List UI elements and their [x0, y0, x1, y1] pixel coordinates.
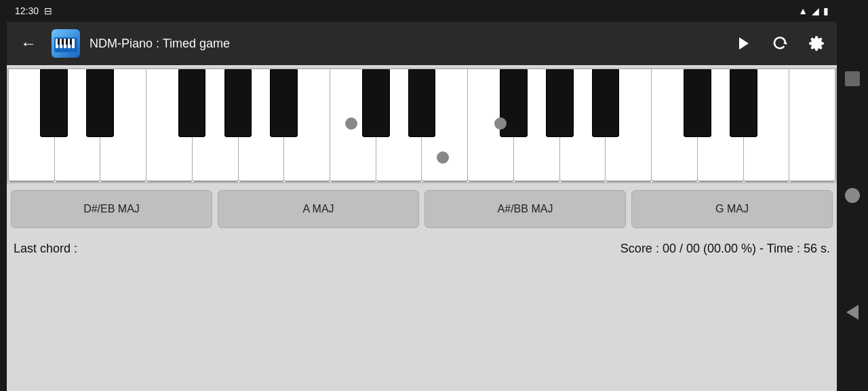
svg-rect-5 — [72, 39, 75, 48]
app-title: NDM-Piano : Timed game — [90, 37, 722, 51]
piano-keys — [8, 69, 835, 182]
app-header: ← NDM-Piano : Timed game — [7, 22, 837, 65]
bottom-status: Last chord : Score : 00 / 00 (00.00 %) -… — [7, 235, 837, 260]
chord-button-a[interactable]: A MAJ — [218, 190, 419, 228]
white-key-0[interactable] — [8, 69, 55, 182]
status-bar: 12:30 ⊟ ▲ ◢ ▮ — [7, 0, 837, 22]
right-bar-square-icon — [845, 71, 860, 86]
white-key-17[interactable] — [789, 69, 835, 182]
right-bar-circle-icon — [845, 188, 860, 203]
settings-button[interactable] — [804, 31, 829, 56]
chord-button-g[interactable]: G MAJ — [631, 190, 833, 228]
wifi-icon: ▲ — [798, 5, 808, 16]
right-sidebar — [837, 0, 868, 391]
play-icon — [739, 37, 749, 50]
refresh-arrow — [784, 43, 787, 44]
white-key-4[interactable] — [193, 69, 239, 182]
white-key-8[interactable] — [376, 69, 422, 182]
play-button[interactable] — [731, 31, 755, 56]
indicator-dot-1 — [345, 117, 357, 130]
white-key-11[interactable] — [514, 69, 560, 182]
svg-rect-6 — [58, 39, 60, 45]
app-icon — [52, 29, 80, 58]
refresh-button[interactable] — [768, 31, 792, 56]
piano-container[interactable] — [7, 68, 837, 183]
time-display: 12:30 — [15, 5, 39, 16]
white-key-15[interactable] — [698, 69, 744, 182]
status-bar-left: 12:30 ⊟ — [15, 5, 52, 16]
header-actions — [731, 31, 829, 56]
status-bar-right: ▲ ◢ ▮ — [798, 5, 829, 16]
white-key-1[interactable] — [55, 69, 101, 182]
chord-button-dsharp[interactable]: D#/EB MAJ — [11, 190, 212, 228]
white-key-6[interactable] — [284, 69, 330, 182]
app-icon-piano — [52, 29, 80, 58]
svg-rect-7 — [62, 39, 64, 45]
sim-icon: ⊟ — [44, 5, 52, 16]
white-key-3[interactable] — [146, 69, 193, 182]
chord-button-asharp[interactable]: A#/BB MAJ — [425, 190, 626, 228]
settings-icon — [808, 35, 825, 52]
white-key-12[interactable] — [560, 69, 606, 182]
last-chord-label: Last chord : — [14, 242, 77, 256]
white-key-10[interactable] — [468, 69, 514, 182]
left-bar — [0, 0, 7, 391]
chord-buttons-area: D#/EB MAJ A MAJ A#/BB MAJ G MAJ — [7, 183, 837, 235]
white-key-9[interactable] — [422, 69, 468, 182]
svg-rect-8 — [66, 39, 68, 45]
back-icon: ← — [20, 34, 37, 52]
indicator-dot-2 — [494, 117, 507, 130]
score-time-label: Score : 00 / 00 (00.00 %) - Time : 56 s. — [620, 242, 830, 256]
main-content: 12:30 ⊟ ▲ ◢ ▮ ← — [7, 0, 837, 391]
white-key-16[interactable] — [744, 69, 790, 182]
white-key-5[interactable] — [239, 69, 285, 182]
svg-rect-9 — [70, 39, 72, 45]
white-key-13[interactable] — [606, 69, 652, 182]
back-button[interactable]: ← — [15, 31, 42, 56]
battery-icon: ▮ — [823, 5, 829, 16]
white-key-14[interactable] — [652, 69, 698, 182]
right-bar-back-icon — [846, 305, 859, 320]
indicator-dot-3 — [437, 151, 449, 164]
signal-icon: ◢ — [812, 5, 819, 16]
white-key-2[interactable] — [100, 69, 146, 182]
